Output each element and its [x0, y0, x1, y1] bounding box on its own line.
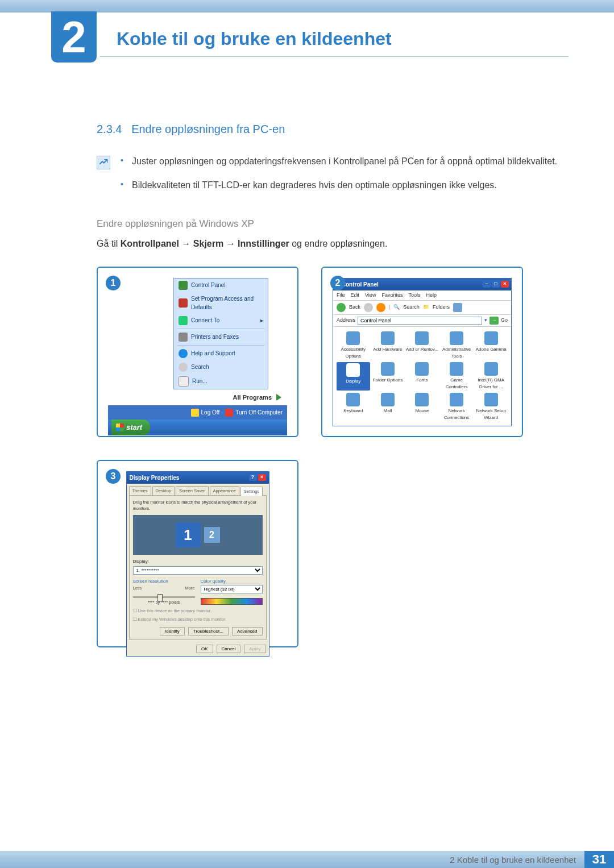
start-button[interactable]: start — [111, 420, 150, 435]
troubleshoot-button[interactable]: Troubleshoot... — [188, 627, 229, 636]
tab-appearance[interactable]: Appearance — [210, 486, 239, 495]
control-panel-item[interactable]: Network Connections — [440, 393, 474, 421]
chevron-right-icon: ▸ — [260, 316, 263, 325]
screen-resolution-label: Screen resolution — [133, 578, 195, 585]
control-panel-item[interactable]: Administrative Tools — [440, 331, 474, 360]
primary-monitor-checkbox[interactable]: ☐ Use this device as the primary monitor… — [133, 608, 263, 614]
advanced-button[interactable]: Advanced — [232, 627, 263, 636]
control-panel-item[interactable]: Adobe Gamma — [474, 331, 508, 360]
turnoff-button[interactable]: Turn Off Computer — [225, 408, 283, 417]
back-icon[interactable] — [337, 303, 346, 312]
note-item: Juster oppløsningen og oppdateringsfrekv… — [121, 155, 557, 168]
note-icon — [97, 156, 110, 169]
address-input[interactable] — [358, 317, 482, 325]
control-panel-item[interactable]: Mail — [371, 393, 405, 421]
control-panel-window: ⊞ Control Panel – □ × File Edit View Fav… — [333, 278, 512, 427]
cp-item-icon — [450, 362, 463, 376]
logoff-button[interactable]: Log Off — [191, 408, 220, 417]
minimize-button[interactable]: – — [483, 281, 491, 288]
control-panel-item[interactable]: Add Hardware — [371, 331, 405, 360]
monitor-2[interactable]: 2 — [204, 527, 220, 543]
tab-screen-saver[interactable]: Screen Saver — [176, 486, 208, 495]
resolution-value: **** by **** pixels — [133, 599, 195, 605]
address-dropdown-icon[interactable]: ▾ — [484, 317, 487, 325]
cp-item-label: Network Setup Wizard — [474, 408, 508, 421]
start-item-connect-to[interactable]: Connect To▸ — [174, 314, 268, 327]
views-icon[interactable] — [453, 303, 462, 312]
note-block: Juster oppløsningen og oppdateringsfrekv… — [97, 155, 569, 202]
step-number: 2 — [330, 276, 345, 290]
cp-item-label: Network Connections — [440, 408, 474, 421]
start-item-search[interactable]: Search — [174, 360, 268, 374]
control-panel-item[interactable]: Display — [337, 362, 370, 391]
cp-item-label: Add or Remov... — [405, 346, 439, 353]
start-item-printers[interactable]: Printers and Faxes — [174, 330, 268, 344]
windows-flag-icon — [116, 423, 124, 431]
menu-help[interactable]: Help — [426, 292, 437, 300]
run-icon — [179, 376, 189, 387]
connect-to-icon — [179, 316, 188, 325]
tab-themes[interactable]: Themes — [129, 486, 151, 495]
start-item-help[interactable]: Help and Support — [174, 347, 268, 360]
search-icon[interactable]: 🔍 — [393, 304, 400, 312]
header-divider — [99, 56, 569, 57]
control-panel-item[interactable]: Intel(R) GMA Driver for ... — [474, 362, 508, 391]
cp-item-icon — [346, 331, 360, 345]
start-item-run[interactable]: Run... — [174, 374, 268, 389]
menu-file[interactable]: File — [337, 292, 345, 300]
cancel-button[interactable]: Cancel — [217, 645, 241, 653]
cp-item-label: Mail — [371, 408, 405, 414]
cp-item-label: Display — [338, 378, 369, 385]
control-panel-item[interactable]: Folder Options — [371, 362, 405, 391]
control-panel-item[interactable]: Mouse — [405, 393, 439, 421]
menu-favorites[interactable]: Favorites — [381, 292, 403, 300]
apply-button[interactable]: Apply — [244, 645, 265, 653]
cp-item-label: Adobe Gamma — [474, 346, 508, 353]
set-program-icon — [179, 298, 188, 308]
control-panel-item[interactable]: Network Setup Wizard — [474, 393, 508, 421]
menu-tools[interactable]: Tools — [408, 292, 420, 300]
start-item-set-program[interactable]: Set Program Access and Defaults — [174, 292, 268, 314]
maximize-button[interactable]: □ — [492, 281, 500, 288]
step-panel-2: 2 ⊞ Control Panel – □ × File Edit View — [321, 267, 523, 437]
control-panel-item[interactable]: Accessibility Options — [337, 331, 370, 360]
menu-edit[interactable]: Edit — [351, 292, 360, 300]
all-programs-button[interactable]: All Programs — [108, 389, 287, 406]
extend-desktop-checkbox[interactable]: ☐ Extend my Windows desktop onto this mo… — [133, 616, 263, 622]
cp-item-icon — [450, 331, 463, 345]
color-quality-select[interactable]: Highest (32 bit) — [201, 585, 263, 593]
control-panel-item[interactable]: Keyboard — [337, 393, 370, 421]
section-heading: 2.3.4 Endre oppløsningen fra PC-en — [97, 121, 569, 138]
identify-button[interactable]: Identify — [160, 627, 185, 636]
tab-settings[interactable]: Settings — [240, 487, 263, 496]
resolution-slider[interactable] — [133, 596, 195, 598]
ok-button[interactable]: OK — [196, 645, 213, 653]
step-number: 3 — [106, 469, 121, 484]
monitor-1[interactable]: 1 — [176, 522, 201, 547]
close-button[interactable]: × — [501, 281, 509, 288]
top-bar — [0, 0, 614, 13]
control-panel-item[interactable]: Add or Remov... — [405, 331, 439, 360]
forward-icon[interactable] — [364, 303, 373, 312]
section-number: 2.3.4 — [97, 123, 122, 135]
cp-item-icon — [415, 331, 429, 345]
menu-view[interactable]: View — [365, 292, 376, 300]
up-icon[interactable] — [376, 303, 385, 312]
control-panel-item[interactable]: Game Controllers — [440, 362, 474, 391]
folders-icon[interactable]: 📁 — [423, 304, 429, 312]
cp-item-icon — [381, 331, 395, 345]
display-select[interactable]: 1. ********** — [133, 566, 263, 575]
go-button[interactable]: → — [489, 317, 499, 325]
control-panel-item[interactable]: Fonts — [405, 362, 439, 391]
help-button[interactable]: ? — [249, 474, 257, 481]
chevron-right-icon — [276, 394, 281, 401]
cp-item-label: Keyboard — [337, 408, 370, 414]
footer-text: 2 Koble til og bruke en kildeenhet — [450, 851, 584, 868]
start-item-control-panel[interactable]: Control Panel — [174, 279, 268, 292]
tab-desktop[interactable]: Desktop — [152, 486, 175, 495]
cp-item-label: Fonts — [405, 377, 439, 384]
window-title: Control Panel — [342, 281, 379, 288]
taskbar: start — [108, 420, 287, 435]
close-button[interactable]: × — [258, 474, 266, 481]
monitor-arrangement[interactable]: 1 2 — [133, 515, 263, 555]
